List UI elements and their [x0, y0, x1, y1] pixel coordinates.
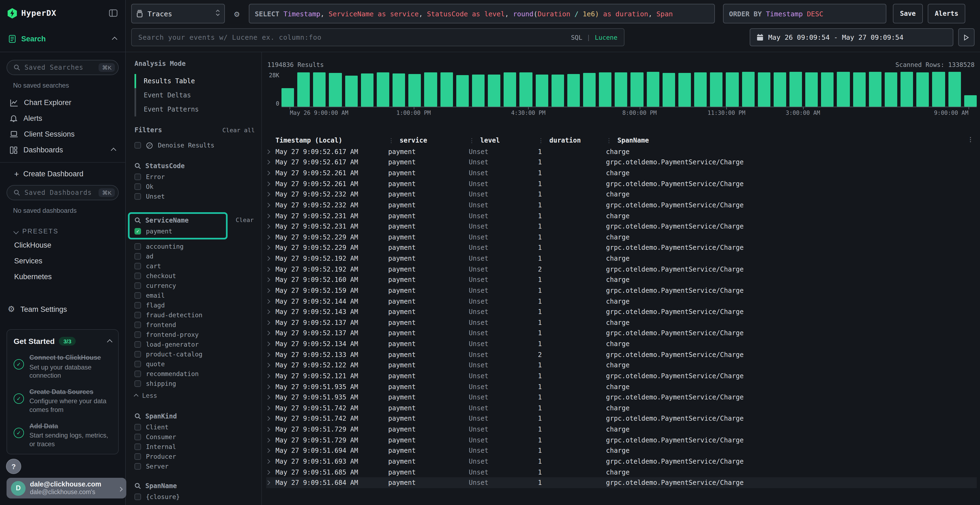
table-row[interactable]: May 27 9:09:52.159 AMpaymentUnset1grpc.o… [266, 285, 977, 296]
checkbox[interactable] [134, 443, 141, 450]
chevron-up-icon[interactable] [108, 336, 111, 346]
expand-row-icon[interactable] [266, 172, 275, 175]
histogram-bar[interactable] [694, 73, 707, 106]
expand-row-icon[interactable] [266, 460, 275, 463]
sidebar-item-search[interactable]: Search [0, 26, 125, 52]
table-row[interactable]: May 27 9:09:51.685 AMpaymentUnset1charge [266, 467, 977, 478]
expand-row-icon[interactable] [266, 321, 275, 324]
column-header-spanname[interactable]: ⋮SpanName [606, 137, 977, 144]
filter-option-server[interactable]: Server [134, 463, 255, 469]
checkbox[interactable] [134, 243, 141, 249]
histogram-bar[interactable] [853, 73, 865, 106]
expand-row-icon[interactable] [266, 342, 275, 346]
table-row[interactable]: May 27 9:09:51.935 AMpaymentUnset1grpc.o… [266, 392, 977, 403]
expand-row-icon[interactable] [266, 182, 275, 185]
table-row[interactable]: May 27 9:09:52.134 AMpaymentUnset1charge [266, 339, 977, 349]
get-started-item[interactable]: ✓Add DataStart sending logs, metrics, or… [14, 422, 111, 449]
expand-row-icon[interactable] [266, 428, 275, 431]
checkbox[interactable] [134, 173, 141, 180]
histogram-bar[interactable] [615, 72, 627, 106]
help-button[interactable]: ? [6, 459, 21, 474]
histogram-bar[interactable] [535, 74, 548, 106]
table-row[interactable]: May 27 9:09:52.229 AMpaymentUnset1grpc.o… [266, 243, 977, 253]
checkbox[interactable] [134, 272, 141, 279]
table-row[interactable]: May 27 9:09:52.143 AMpaymentUnset1grpc.o… [266, 306, 977, 317]
filter-option-consumer[interactable]: Consumer [134, 434, 255, 440]
expand-row-icon[interactable] [266, 203, 275, 207]
saved-dashboards-input[interactable]: Saved Dashboards ⌘K [6, 185, 119, 200]
checkbox[interactable] [134, 331, 141, 338]
expand-row-icon[interactable] [266, 310, 275, 313]
expand-row-icon[interactable] [266, 395, 275, 399]
histogram-bar[interactable] [329, 73, 342, 106]
histogram-bar[interactable] [774, 72, 786, 106]
histogram-bar[interactable] [646, 72, 659, 106]
table-row[interactable]: May 27 9:09:52.232 AMpaymentUnset1grpc.o… [266, 200, 977, 210]
expand-row-icon[interactable] [266, 193, 275, 196]
table-row[interactable]: May 27 9:09:51.684 AMpaymentUnset1grpc.o… [266, 478, 977, 488]
filter-option-frontend-proxy[interactable]: frontend-proxy [134, 332, 255, 337]
checkbox[interactable] [134, 493, 141, 500]
filter-group-header-spanname[interactable]: SpanName [134, 482, 255, 490]
user-menu[interactable]: D dale@clickhouse.com dale@clickhouse.co… [6, 478, 126, 499]
expand-row-icon[interactable] [266, 332, 275, 335]
checkbox[interactable] [134, 253, 141, 259]
table-row[interactable]: May 27 9:09:52.160 AMpaymentUnset1charge [266, 275, 977, 285]
table-row[interactable]: May 27 9:09:52.133 AMpaymentUnset2grpc.o… [266, 349, 977, 360]
filter-group-header-statuscode[interactable]: StatusCode [134, 162, 255, 170]
table-row[interactable]: May 27 9:09:52.231 AMpaymentUnset1grpc.o… [266, 221, 977, 232]
filter-option-frontend[interactable]: frontend [134, 322, 255, 327]
table-row[interactable]: May 27 9:09:51.742 AMpaymentUnset1grpc.o… [266, 413, 977, 424]
preset-item-clickhouse[interactable]: ClickHouse [6, 237, 119, 253]
checkbox[interactable] [134, 453, 141, 460]
expand-row-icon[interactable] [266, 289, 275, 292]
alerts-button[interactable]: Alerts [928, 4, 966, 24]
checkbox[interactable] [134, 370, 141, 377]
table-row[interactable]: May 27 9:09:52.192 AMpaymentUnset2grpc.o… [266, 264, 977, 275]
histogram-bar[interactable] [282, 88, 294, 106]
histogram-bar[interactable] [757, 72, 770, 106]
filter-option-recommendation[interactable]: recommendation [134, 371, 255, 376]
checkbox[interactable] [134, 183, 141, 190]
filter-option-email[interactable]: email [134, 292, 255, 298]
expand-row-icon[interactable] [266, 407, 275, 410]
histogram-bar[interactable] [805, 72, 818, 106]
histogram-bar[interactable] [345, 76, 358, 106]
histogram-bar[interactable] [837, 72, 850, 106]
sidebar-collapse-icon[interactable] [109, 9, 118, 17]
expand-row-icon[interactable] [266, 417, 275, 420]
histogram-bar[interactable] [313, 72, 326, 106]
presets-header[interactable]: PRESETS [6, 220, 119, 237]
histogram-bar[interactable] [393, 73, 405, 106]
filter-option-accounting[interactable]: accounting [134, 243, 255, 249]
expand-row-icon[interactable] [266, 375, 275, 378]
table-row[interactable]: May 27 9:09:52.121 AMpaymentUnset1grpc.o… [266, 371, 977, 381]
column-header-level[interactable]: ⋮level [469, 137, 538, 144]
expand-row-icon[interactable] [266, 267, 275, 271]
get-started-header[interactable]: Get Started 3/3 [14, 336, 111, 346]
filter-option-ok[interactable]: Ok [134, 183, 255, 189]
checkbox[interactable] [134, 193, 141, 199]
table-row[interactable]: May 27 9:09:52.617 AMpaymentUnset1grpc.o… [266, 157, 977, 168]
preset-item-kubernetes[interactable]: Kubernetes [6, 269, 119, 284]
expand-row-icon[interactable] [266, 481, 275, 484]
table-row[interactable]: May 27 9:09:52.192 AMpaymentUnset1charge [266, 253, 977, 264]
chevron-up-icon[interactable] [111, 146, 115, 154]
filter-option-shipping[interactable]: shipping [134, 380, 255, 386]
checkbox[interactable] [134, 142, 141, 149]
table-row[interactable]: May 27 9:09:51.693 AMpaymentUnset1grpc.o… [266, 456, 977, 467]
expand-row-icon[interactable] [266, 364, 275, 367]
histogram-bar[interactable] [520, 72, 532, 106]
histogram-bar[interactable] [678, 73, 691, 106]
sidebar-item-team-settings[interactable]: ⚙ Team Settings [6, 301, 119, 317]
source-settings-gear-icon[interactable]: ⚙ [230, 4, 244, 24]
filter-option--closure-[interactable]: {closure} [134, 494, 255, 500]
filter-group-header-spankind[interactable]: SpanKind [134, 413, 255, 420]
filter-option-checkout[interactable]: checkout [134, 273, 255, 279]
table-row[interactable]: May 27 9:09:52.144 AMpaymentUnset1charge [266, 296, 977, 306]
filter-option-product-catalog[interactable]: product-catalog [134, 351, 255, 357]
lang-sql[interactable]: SQL [571, 33, 582, 41]
table-row[interactable]: May 27 9:09:51.935 AMpaymentUnset1charge [266, 381, 977, 392]
histogram-bar[interactable] [472, 75, 485, 106]
sidebar-item-dashboards[interactable]: Dashboards [6, 142, 119, 158]
